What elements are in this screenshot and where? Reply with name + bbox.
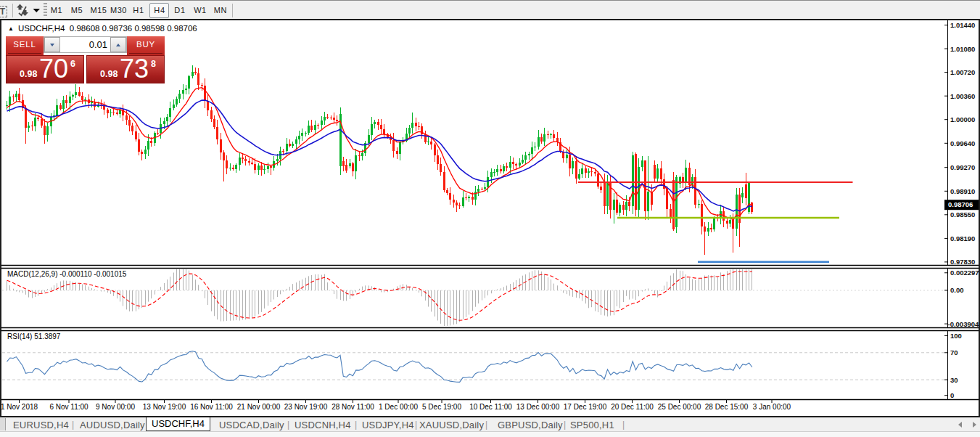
svg-text:17 Dec 19:00: 17 Dec 19:00: [564, 403, 607, 411]
svg-text:0: 0: [950, 391, 954, 399]
svg-text:1.00360: 1.00360: [950, 92, 975, 100]
svg-text:23 Nov 19:00: 23 Nov 19:00: [284, 403, 328, 411]
svg-text:-0.003904: -0.003904: [948, 320, 979, 328]
svg-text:100: 100: [950, 332, 962, 340]
svg-text:1 Nov 2018: 1 Nov 2018: [1, 403, 38, 411]
svg-text:0.98190: 0.98190: [950, 234, 975, 242]
svg-text:1.00720: 1.00720: [950, 68, 975, 76]
svg-text:0.98706: 0.98706: [948, 200, 973, 208]
svg-text:1.01440: 1.01440: [950, 21, 975, 29]
svg-text:1 Dec 00:00: 1 Dec 00:00: [379, 403, 418, 411]
svg-text:RSI(14) 51.3897: RSI(14) 51.3897: [7, 332, 61, 340]
svg-text:70: 70: [950, 348, 958, 356]
svg-text:10 Dec 11:00: 10 Dec 11:00: [469, 403, 512, 411]
svg-text:28 Dec 15:00: 28 Dec 15:00: [705, 403, 749, 411]
svg-text:9 Nov 00:00: 9 Nov 00:00: [96, 403, 135, 411]
svg-text:0.002297: 0.002297: [950, 269, 979, 277]
svg-text:3 Jan 00:00: 3 Jan 00:00: [753, 403, 791, 411]
svg-text:16 Nov 11:00: 16 Nov 11:00: [190, 403, 233, 411]
svg-text:6 Nov 11:00: 6 Nov 11:00: [49, 403, 88, 411]
svg-text:0.98910: 0.98910: [950, 187, 975, 195]
svg-text:20 Dec 11:00: 20 Dec 11:00: [611, 403, 654, 411]
svg-text:0.99640: 0.99640: [950, 139, 975, 147]
svg-text:13 Nov 19:00: 13 Nov 19:00: [143, 403, 186, 411]
svg-text:21 Nov 00:00: 21 Nov 00:00: [237, 403, 281, 411]
svg-text:1.01080: 1.01080: [950, 45, 975, 53]
svg-text:28 Nov 11:00: 28 Nov 11:00: [332, 403, 374, 411]
svg-text:0.00: 0.00: [950, 286, 964, 294]
svg-text:1.00000: 1.00000: [950, 115, 975, 123]
svg-text:0.97830: 0.97830: [950, 258, 975, 266]
svg-text:0.98550: 0.98550: [950, 211, 975, 218]
svg-text:5 Dec 19:00: 5 Dec 19:00: [422, 403, 461, 411]
svg-text:0.99270: 0.99270: [950, 163, 975, 171]
svg-text:MACD(12,26,9) -0.000110 -0.001: MACD(12,26,9) -0.000110 -0.001015: [7, 270, 127, 278]
svg-text:13 Dec 00:00: 13 Dec 00:00: [516, 403, 560, 411]
svg-text:25 Dec 00:00: 25 Dec 00:00: [658, 403, 701, 411]
svg-text:30: 30: [950, 376, 958, 384]
